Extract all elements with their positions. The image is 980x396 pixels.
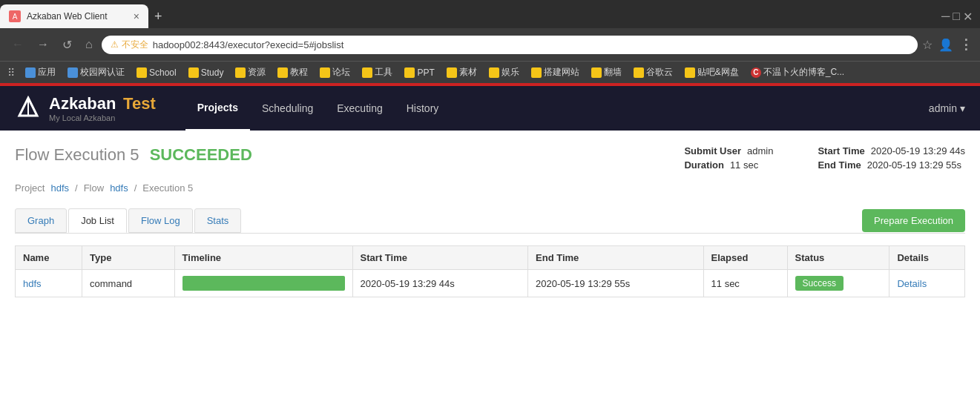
back-button[interactable]: ← [7,35,28,54]
warning-icon: ⚠ [111,39,119,50]
tabs-area: Graph Job List Flow Log Stats Prepare Ex… [15,208,965,234]
bookmark-storage[interactable]: 贴吧&网盘 [680,65,743,80]
tab-group: Graph Job List Flow Log Stats [15,208,243,233]
app-nav: Projects Scheduling Executing History [185,86,451,131]
prepare-execution-button[interactable]: Prepare Execution [862,209,965,232]
bookmark-icon [362,67,372,78]
user-menu[interactable]: admin ▾ [929,102,965,114]
col-end-time: End Time [528,246,703,270]
menu-icon[interactable]: ⋮ [959,36,973,53]
bookmark-label: 论坛 [332,66,350,79]
nav-executing[interactable]: Executing [325,86,394,131]
bookmark-vpn[interactable]: 翻墙 [587,65,626,80]
bookmark-entertainment[interactable]: 娱乐 [484,65,524,80]
bookmark-tools[interactable]: 工具 [358,65,397,80]
tab-close-button[interactable]: × [134,10,139,22]
profile-icon[interactable]: 👤 [938,38,953,52]
bookmark-label: 贴吧&网盘 [697,66,739,79]
forward-button[interactable]: → [33,35,53,54]
col-status: Status [787,246,889,270]
bookmark-blog[interactable]: C 不温卜火的博客_C... [746,65,849,80]
breadcrumb-project-link[interactable]: hdfs [50,182,69,194]
submit-value: admin [747,145,773,156]
table-header-row: Name Type Timeline Start Time End Time E… [16,246,965,270]
user-dropdown-caret: ▾ [960,102,965,114]
bookmark-label: 娱乐 [501,66,519,79]
new-tab-button[interactable]: + [148,9,168,24]
col-name: Name [16,246,82,270]
cell-start-time: 2020-05-19 13:29 44s [352,270,527,297]
breadcrumb-execution: Execution 5 [142,182,193,194]
address-text: hadoop002:8443/executor?execid=5#jobslis… [153,39,344,50]
logo-text-group: Azkaban Test My Local Azkaban [49,94,156,122]
bookmark-google-cloud[interactable]: 谷歌云 [629,65,677,80]
bookmark-label: 应用 [38,66,56,79]
bookmark-icon [320,67,330,78]
col-timeline: Timeline [174,246,352,270]
bookmark-icon [404,67,415,78]
minimize-button[interactable]: ─ [941,10,950,23]
end-time-label: End Time [818,159,861,171]
breadcrumb-sep2: / [134,182,137,194]
bookmark-campus[interactable]: 校园网认证 [63,65,129,80]
close-window-button[interactable]: ✕ [963,10,973,24]
bookmark-icon [634,67,644,78]
timeline-progress-bar [182,276,345,291]
browser-tab[interactable]: A Azkaban Web Client × [0,4,148,28]
security-text: 不安全 [122,39,148,51]
bookmark-star-icon[interactable]: ☆ [922,38,933,52]
bookmark-school[interactable]: School [132,66,181,79]
browser-chrome: A Azkaban Web Client × + ─ □ ✕ ← → ↺ ⌂ ⚠… [0,0,980,83]
duration-value: 11 sec [730,159,758,171]
end-time-row: End Time 2020-05-19 13:29 55s [818,159,965,171]
home-button[interactable]: ⌂ [81,35,97,54]
duration-row: Duration 11 sec [684,159,773,171]
bookmark-label: 教程 [290,66,308,79]
bookmark-study[interactable]: Study [184,66,228,79]
meta-group-left: Submit User admin Duration 11 sec [684,145,773,171]
tab-job-list[interactable]: Job List [68,208,127,233]
bookmark-label: 工具 [375,66,392,79]
job-name-link[interactable]: hdfs [23,278,42,289]
bookmark-forum[interactable]: 论坛 [315,65,355,80]
breadcrumb-project-label: Project [15,182,45,194]
tab-graph[interactable]: Graph [15,208,67,233]
bookmark-ppt[interactable]: PPT [400,66,438,79]
nav-history[interactable]: History [395,86,451,131]
tab-flow-log[interactable]: Flow Log [128,208,193,233]
bookmark-icon [447,67,457,78]
cell-elapsed: 11 sec [703,270,787,297]
details-link[interactable]: Details [897,278,927,289]
submit-user-row: Submit User admin [684,145,773,156]
cell-status: Success [787,270,889,297]
browser-actions: ☆ 👤 ⋮ [922,36,973,53]
bookmark-label: 翻墙 [604,66,622,79]
bookmark-resources[interactable]: 资源 [231,65,270,80]
username: admin [929,102,957,114]
cell-timeline [174,270,352,297]
address-bar[interactable]: ⚠ 不安全 hadoop002:8443/executor?execid=5#j… [102,36,918,54]
bookmark-icon [137,67,147,78]
nav-projects[interactable]: Projects [185,86,250,131]
bookmark-label: 搭建网站 [544,66,579,79]
table-header: Name Type Timeline Start Time End Time E… [16,246,965,270]
bookmark-tutorial[interactable]: 教程 [273,65,312,80]
breadcrumb-flow-link[interactable]: hdfs [110,182,128,194]
bookmarks-bar: ⠿ 应用 校园网认证 School Study 资源 教程 论坛 [0,61,980,83]
bookmark-website-builder[interactable]: 搭建网站 [527,65,584,80]
meta-group-right: Start Time 2020-05-19 13:29 44s End Time… [818,145,965,171]
maximize-button[interactable]: □ [953,10,960,23]
tab-stats[interactable]: Stats [194,208,242,233]
reload-button[interactable]: ↺ [58,35,76,55]
bookmark-icon: C [751,67,761,78]
bookmark-apps[interactable]: 应用 [21,65,60,80]
nav-scheduling[interactable]: Scheduling [250,86,325,131]
breadcrumb: Project hdfs / Flow hdfs / Execution 5 [15,182,965,194]
col-type: Type [82,246,175,270]
cell-type: command [82,270,175,297]
apps-grid-icon[interactable]: ⠿ [7,67,15,79]
col-start-time: Start Time [352,246,527,270]
bookmark-media[interactable]: 素材 [442,65,481,80]
cell-name: hdfs [16,270,82,297]
bookmark-label: 校园网认证 [80,66,125,79]
